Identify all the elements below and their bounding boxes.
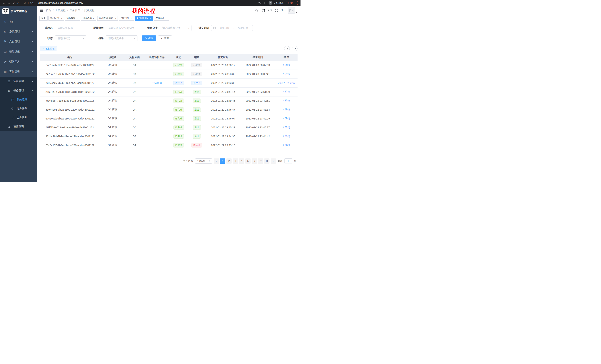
cancel-action[interactable]: ⊘ 取消 bbox=[278, 81, 285, 84]
filter-row-1: 流程名 所属流程 流程分类 请选择流程分类 ▼ 提交时间 bbox=[40, 25, 298, 31]
refresh-table-button[interactable]: ⟳ bbox=[292, 46, 298, 51]
breadcrumb-item[interactable]: 首页 bbox=[46, 9, 51, 12]
detail-action[interactable]: ✎ 详情 bbox=[282, 144, 290, 147]
help-icon[interactable]: ? bbox=[268, 9, 272, 12]
close-icon[interactable]: × bbox=[93, 17, 95, 19]
cell-actions: ✎ 详情 bbox=[275, 96, 298, 105]
page-button[interactable]: 3 bbox=[233, 158, 238, 164]
detail-action[interactable]: ✎ 详情 bbox=[282, 64, 290, 67]
url-text[interactable]: dashboard.yudao.iocoder.cn/bpm/task/my bbox=[38, 1, 83, 4]
update-button[interactable]: 更新 ⋮ bbox=[286, 1, 298, 5]
sidebar-item-dev-tools[interactable]: ⚒ 研发工具 ▼ bbox=[0, 57, 37, 67]
detail-action[interactable]: ✎ 详情 bbox=[282, 135, 290, 138]
home-icon[interactable]: ⌂ bbox=[18, 1, 19, 4]
tab-active[interactable]: 我的流程× bbox=[135, 16, 153, 21]
task-link[interactable]: 一级审批 bbox=[152, 81, 162, 84]
page-size-select[interactable]: 10条/页 ▼ bbox=[195, 158, 212, 164]
tab-item[interactable]: 流程定义× bbox=[49, 16, 64, 21]
detail-action-icon: ✎ bbox=[282, 64, 285, 67]
sidebar-item-home[interactable]: ⌂ 首页 bbox=[0, 17, 37, 27]
prev-page-button[interactable]: ‹ bbox=[214, 158, 219, 164]
close-icon[interactable]: × bbox=[150, 17, 151, 19]
reload-icon[interactable]: ⟳ bbox=[13, 1, 15, 4]
github-icon[interactable] bbox=[262, 9, 265, 12]
app-logo[interactable]: 芋道管理系统 bbox=[0, 6, 37, 17]
sidebar-item-process-mgmt[interactable]: ≣ 流程管理 ▼ bbox=[0, 77, 37, 86]
close-icon[interactable]: × bbox=[77, 17, 78, 19]
tab-item[interactable]: 流程表单× bbox=[81, 16, 96, 21]
status-select[interactable]: 请选择状态 ▼ bbox=[55, 35, 86, 41]
detail-action[interactable]: ✎ 详情 bbox=[282, 90, 290, 93]
address-bar[interactable]: ⚠ 不安全 dashboard.yudao.iocoder.cn/bpm/tas… bbox=[24, 1, 83, 5]
result-select[interactable]: 请选择流结果 ▼ bbox=[106, 35, 137, 41]
tab-label: 首页 bbox=[41, 17, 46, 20]
page-button[interactable]: 1 bbox=[220, 158, 225, 164]
sidebar-item-payment-mgmt[interactable]: ¥ 支付管理 ▼ bbox=[0, 37, 37, 47]
breadcrumb-item[interactable]: 任务管理 bbox=[70, 9, 80, 12]
sidebar-item-task-mgmt[interactable]: ⊞ 任务管理 ▲ bbox=[0, 86, 37, 95]
chevron-up-icon: ▲ bbox=[31, 71, 33, 73]
tab-label: 发起流程 bbox=[156, 17, 165, 20]
key-icon[interactable] bbox=[258, 1, 261, 5]
breadcrumb-separator: / bbox=[53, 9, 53, 12]
start-date-placeholder[interactable]: 开始日期 bbox=[217, 26, 232, 30]
detail-action[interactable]: ✎ 详情 bbox=[282, 117, 290, 120]
create-process-button[interactable]: ＋ 发起流程 bbox=[40, 46, 57, 51]
page-button[interactable]: 11 bbox=[264, 158, 270, 164]
page-button[interactable]: 4 bbox=[239, 158, 244, 164]
security-warning[interactable]: ⚠ 不安全 bbox=[24, 1, 35, 5]
forward-icon[interactable]: → bbox=[7, 1, 10, 4]
status-badge: 已完成 bbox=[173, 63, 184, 67]
cell-id: 67c2eaab-7b9a-11ec-a290-acde48001122 bbox=[40, 114, 100, 123]
next-page-button[interactable]: › bbox=[270, 158, 276, 164]
table-tools: ⟳ bbox=[284, 46, 298, 51]
tab-item[interactable]: 流程模型× bbox=[65, 16, 80, 21]
sidebar-item-done-tasks[interactable]: 已办任务 bbox=[0, 113, 37, 122]
fullscreen-icon[interactable] bbox=[275, 9, 278, 12]
tab-item[interactable]: 首页 bbox=[39, 16, 48, 21]
close-icon[interactable]: × bbox=[166, 17, 167, 19]
sidebar-item-system-mgmt[interactable]: ⚙ 系统管理 ▼ bbox=[0, 27, 37, 37]
search-button[interactable]: 搜索 bbox=[142, 35, 156, 41]
process-name-input[interactable] bbox=[55, 25, 86, 31]
browser-menu-icon[interactable]: ⋮ bbox=[294, 1, 296, 4]
end-date-placeholder[interactable]: 结束日期 bbox=[235, 26, 251, 30]
sidebar-item-infrastructure[interactable]: ▤ 基础设施 ▼ bbox=[0, 47, 37, 57]
detail-action[interactable]: ✎ 详情 bbox=[282, 73, 290, 75]
page-button[interactable]: 2 bbox=[226, 158, 232, 164]
back-icon[interactable]: ← bbox=[2, 1, 5, 4]
bookmark-star-icon[interactable]: ☆ bbox=[263, 1, 266, 4]
detail-action[interactable]: ✎ 详情 bbox=[282, 108, 290, 111]
sidebar-item-todo-tasks[interactable]: 待办任务 bbox=[0, 104, 37, 113]
page-header: 首页 / 工作流程 / 任务管理 / 我的流程 我的流程 ? bbox=[37, 6, 300, 15]
process-def-input[interactable] bbox=[106, 25, 140, 31]
detail-action[interactable]: ✎ 详情 bbox=[287, 81, 295, 84]
monitor-icon: ▤ bbox=[3, 50, 7, 53]
sidebar-item-workflow[interactable]: ▦ 工作流程 ▲ bbox=[0, 67, 37, 77]
sidebar-item-my-process[interactable]: 我的流程 bbox=[0, 95, 37, 104]
tab-item[interactable]: 流程表单-编辑× bbox=[97, 16, 118, 21]
close-icon[interactable]: × bbox=[60, 17, 62, 19]
goto-page-input[interactable] bbox=[284, 158, 292, 163]
search-icon[interactable] bbox=[255, 9, 258, 12]
page-button[interactable]: 6 bbox=[252, 158, 257, 164]
show-search-button[interactable] bbox=[284, 46, 290, 51]
reset-button[interactable]: ⟲ 重置 bbox=[158, 35, 172, 41]
sidebar-toggle-icon[interactable] bbox=[40, 9, 43, 12]
status-badge: 已完成 bbox=[173, 98, 184, 103]
date-range-picker[interactable]: 开始日期 - 结束日期 bbox=[211, 25, 253, 31]
page-button[interactable]: 5 bbox=[245, 158, 250, 164]
detail-action[interactable]: ✎ 详情 bbox=[282, 99, 290, 102]
more-pages-icon[interactable]: ••• bbox=[258, 158, 263, 164]
sidebar-item-leave-query[interactable]: 请假查询 bbox=[0, 122, 37, 131]
close-icon[interactable]: × bbox=[131, 17, 132, 19]
detail-action[interactable]: ✎ 详情 bbox=[282, 126, 290, 129]
font-size-icon[interactable]: TT bbox=[281, 9, 284, 12]
tab-item[interactable]: 发起流程× bbox=[154, 16, 169, 21]
category-select[interactable]: 请选择流程分类 ▼ bbox=[160, 25, 191, 31]
tab-item[interactable]: 用户分组× bbox=[119, 16, 134, 21]
user-menu[interactable]: ▼ bbox=[288, 7, 298, 14]
breadcrumb-item[interactable]: 工作流程 bbox=[55, 9, 66, 12]
detail-action-icon: ✎ bbox=[282, 90, 285, 93]
close-icon[interactable]: × bbox=[115, 17, 116, 19]
